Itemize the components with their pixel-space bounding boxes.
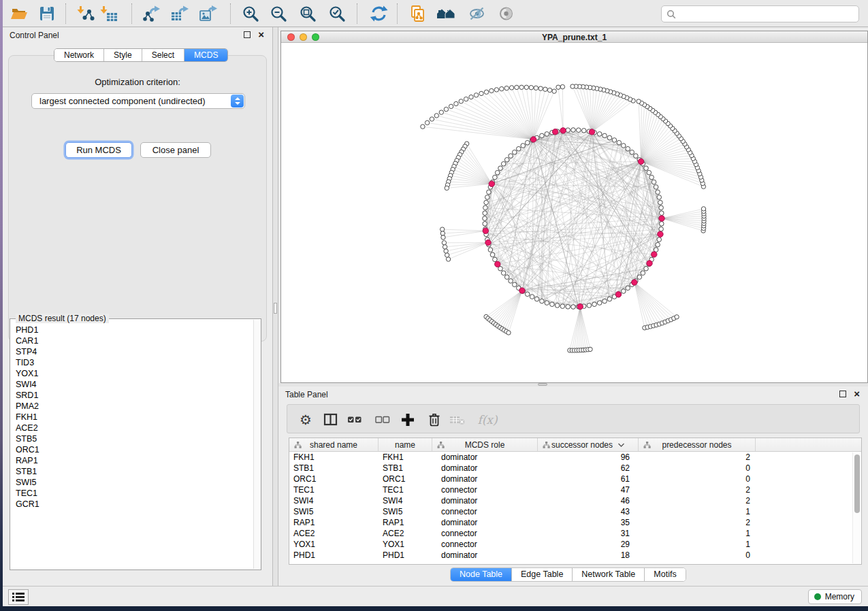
leaf-node[interactable] [440,231,445,235]
column-header-successor-nodes[interactable]: successor nodes [538,438,639,451]
float-panel-icon[interactable] [839,391,846,397]
leaf-node[interactable] [547,88,551,92]
delete-row-button[interactable] [425,410,444,429]
export-image-button[interactable] [197,3,219,24]
leaf-node[interactable] [449,104,453,108]
network-node[interactable] [656,190,660,195]
leaf-node[interactable] [494,88,498,92]
hide-glasses-button[interactable] [466,3,488,24]
mcds-result-item[interactable]: ORC1 [10,444,253,455]
leaf-node[interactable] [445,253,449,257]
scrollbar-thumb[interactable] [854,455,860,513]
close-panel-icon[interactable]: × [258,29,264,41]
search-input[interactable] [676,7,858,21]
network-node[interactable] [658,200,663,205]
criterion-dropdown[interactable]: largest connected component (undirected) [31,93,245,109]
leaf-node[interactable] [484,90,488,94]
task-history-button[interactable] [8,589,29,605]
column-header-shared-name[interactable]: shared name [289,438,379,451]
mcds-dominator-node[interactable] [652,252,657,257]
network-node[interactable] [504,158,509,163]
network-node[interactable] [540,133,545,138]
mcds-result-item[interactable]: STB5 [10,433,253,444]
network-node[interactable] [509,279,513,284]
network-node[interactable] [581,129,586,133]
table-row[interactable]: ACE2ACE2connector311 [289,528,861,539]
leaf-node[interactable] [441,235,445,240]
mcds-result-list[interactable]: PHD1CAR1STP4TID3YOX1SWI4SRD1PMA2FKH1ACE2… [10,325,253,569]
network-node[interactable] [483,211,487,216]
leaf-node[interactable] [440,227,445,231]
network-node[interactable] [607,297,612,301]
column-header-predecessor-nodes[interactable]: predecessor nodes [639,438,756,451]
table-row[interactable]: YOX1YOX1connector291 [289,539,861,550]
column-header-MCDS-role[interactable]: MCDS role [432,438,538,451]
network-node[interactable] [517,146,521,151]
tab-select[interactable]: Select [142,49,184,61]
mcds-result-item[interactable]: ACE2 [10,423,253,433]
network-node[interactable] [634,154,639,159]
leaf-node[interactable] [444,107,448,111]
vertical-splitter[interactable] [272,27,278,586]
open-file-button[interactable] [8,3,30,24]
mcds-dominator-node[interactable] [560,128,566,133]
tab-network-table[interactable]: Network Table [573,568,645,581]
float-panel-icon[interactable] [244,31,251,38]
leaf-node[interactable] [430,117,434,121]
table-row[interactable]: ORC1ORC1dominator610 [289,474,861,484]
leaf-node[interactable] [442,241,446,245]
zoom-selected-button[interactable] [326,3,348,24]
mcds-result-item[interactable]: SWI5 [10,477,253,488]
leaf-node[interactable] [421,125,425,129]
network-node[interactable] [545,132,549,137]
mcds-dominator-node[interactable] [489,181,494,186]
network-node[interactable] [501,271,506,276]
leaf-node[interactable] [446,257,450,261]
mcds-result-item[interactable]: SWI4 [10,379,253,390]
leaf-node[interactable] [675,315,679,319]
leaf-node[interactable] [519,85,524,89]
network-node[interactable] [659,227,664,231]
leaf-node[interactable] [439,110,443,114]
network-node[interactable] [545,301,549,306]
network-node[interactable] [644,267,649,271]
import-table-button[interactable] [98,3,120,24]
mcds-dominator-node[interactable] [519,288,525,293]
export-table-button[interactable] [169,3,191,24]
network-node[interactable] [525,140,530,145]
leaf-node[interactable] [504,86,509,90]
leaf-node[interactable] [539,86,543,90]
leaf-node[interactable] [443,245,447,249]
memory-button[interactable]: Memory [808,589,862,604]
table-row[interactable]: SWI5SWI5connector431 [289,506,861,517]
import-network-button[interactable] [75,3,97,24]
network-node[interactable] [501,162,506,167]
leaf-node[interactable] [479,91,483,95]
network-node[interactable] [540,299,545,303]
network-node[interactable] [483,216,487,221]
network-node[interactable] [617,140,622,145]
mcds-result-item[interactable]: PHD1 [10,325,253,335]
table-row[interactable]: RAP1RAP1dominator352 [289,517,861,528]
mcds-result-item[interactable]: PMA2 [10,401,253,412]
mcds-dominator-node[interactable] [632,280,637,285]
network-node[interactable] [626,146,630,151]
network-node[interactable] [498,166,503,171]
mcds-list-scrollbar[interactable] [253,320,261,569]
zoom-fit-button[interactable] [297,3,319,24]
network-node[interactable] [571,128,576,133]
mcds-dominator-node[interactable] [530,137,536,142]
network-node[interactable] [622,289,626,294]
table-row[interactable]: STB1STB1dominator620 [289,463,861,474]
refresh-button[interactable] [368,3,390,24]
network-node[interactable] [483,205,488,210]
splitter-handle[interactable] [538,383,547,386]
leaf-node[interactable] [445,186,449,190]
network-node[interactable] [587,303,592,308]
network-node[interactable] [490,252,495,257]
network-node[interactable] [626,286,630,291]
mcds-result-item[interactable]: STB1 [10,466,253,477]
leaf-node[interactable] [464,97,468,101]
mcds-dominator-node[interactable] [589,129,594,135]
table-row[interactable]: SWI4SWI4dominator462 [289,495,861,506]
